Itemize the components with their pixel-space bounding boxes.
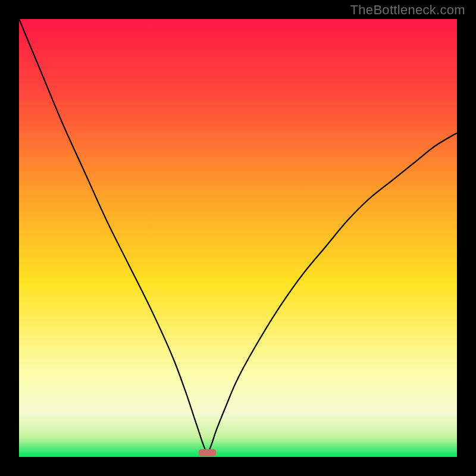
plot-svg <box>19 19 457 457</box>
minimum-marker <box>199 449 216 456</box>
chart-frame: TheBottleneck.com <box>0 0 476 476</box>
gradient-background <box>19 19 457 457</box>
watermark-text: TheBottleneck.com <box>350 2 465 18</box>
plot-area <box>19 19 457 457</box>
